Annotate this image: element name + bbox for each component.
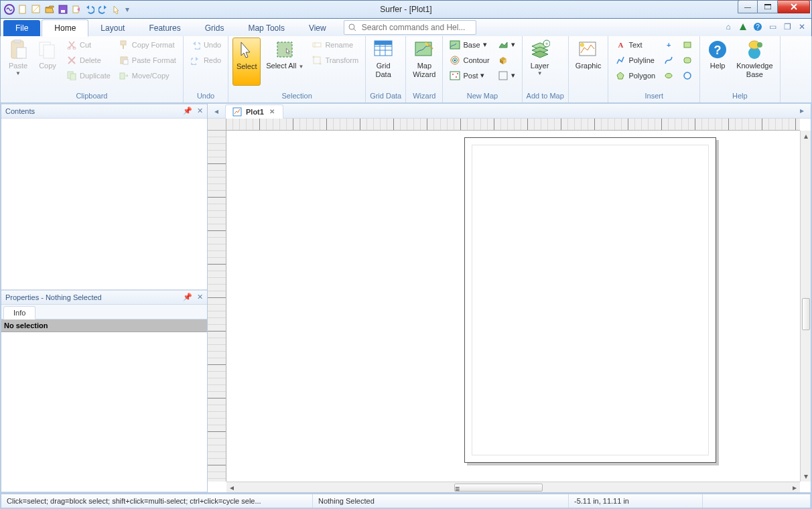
qat-redo-icon[interactable] <box>97 3 109 15</box>
spline-button[interactable] <box>661 53 677 67</box>
feedback-icon[interactable] <box>738 21 748 32</box>
mdi-restore-icon[interactable]: ❐ <box>782 21 793 32</box>
canvas[interactable] <box>226 131 800 482</box>
tab-grids[interactable]: Grids <box>193 20 236 36</box>
tab-close-icon[interactable]: ✕ <box>268 108 276 116</box>
hscroll-thumb[interactable]: ≡ <box>454 484 543 492</box>
vscroll-thumb[interactable] <box>802 298 810 330</box>
scroll-right-icon[interactable]: ▸ <box>789 482 800 492</box>
redo-button[interactable]: Redo <box>188 53 224 67</box>
rename-button[interactable]: Rename <box>309 38 361 52</box>
svg-rect-20 <box>121 41 126 45</box>
svg-rect-7 <box>764 4 771 5</box>
svg-rect-47 <box>684 58 691 63</box>
panel-close-icon[interactable]: ✕ <box>195 292 204 301</box>
tab-nav-left-icon[interactable]: ◂ <box>212 106 221 116</box>
file-tab[interactable]: File <box>3 20 40 36</box>
search-box[interactable] <box>344 20 476 35</box>
document-tab-plot1[interactable]: Plot1 ✕ <box>225 104 283 119</box>
contour-button[interactable]: Contour <box>447 53 492 67</box>
home-small-icon[interactable]: ⌂ <box>723 21 734 32</box>
vertical-ruler[interactable] <box>208 131 226 482</box>
copy-button[interactable]: Copy <box>34 38 61 86</box>
paste-button[interactable]: Paste▼ <box>5 38 31 86</box>
paste-format-button[interactable]: Paste Format <box>116 53 179 67</box>
surface-button[interactable]: ▾ <box>495 38 518 52</box>
scroll-left-icon[interactable]: ◂ <box>226 482 237 492</box>
text-button[interactable]: AText <box>612 38 658 52</box>
3d-icon <box>498 55 509 66</box>
app-icon[interactable] <box>3 3 15 15</box>
post-button[interactable]: Post ▾ <box>447 68 492 82</box>
minimize-button[interactable]: — <box>738 0 758 13</box>
horizontal-scrollbar[interactable]: ◂ ≡ ▸ <box>226 482 800 492</box>
base-button[interactable]: Base ▾ <box>447 38 492 52</box>
qat-undo-icon[interactable] <box>84 3 96 15</box>
empty-map-button[interactable]: ▾ <box>495 68 518 82</box>
properties-grid[interactable] <box>1 332 207 492</box>
select-button[interactable]: Select <box>232 38 261 86</box>
mdi-close-icon[interactable]: ✕ <box>797 21 807 32</box>
polyline-button[interactable]: Polyline <box>612 53 658 67</box>
qat-new-icon[interactable] <box>17 3 29 15</box>
svg-rect-4 <box>61 10 65 13</box>
vertical-scrollbar[interactable]: ▴ ▾ <box>800 131 811 482</box>
symbol-button[interactable]: + <box>661 38 677 52</box>
qat-customize-icon[interactable]: ▾ <box>124 3 131 15</box>
rectangle-button[interactable] <box>679 38 695 52</box>
qat-pointer-icon[interactable] <box>111 3 123 15</box>
group-grid-data: GridData Grid Data <box>366 36 406 102</box>
help-button[interactable]: ? Help <box>704 38 731 86</box>
pin-icon[interactable]: 📌 <box>183 292 192 301</box>
kb-button[interactable]: KnowledgeBase <box>734 38 775 86</box>
grid-data-icon <box>373 39 394 60</box>
properties-tab-row: Info <box>1 305 207 319</box>
qat-export-icon[interactable] <box>70 3 82 15</box>
pin-icon[interactable]: 📌 <box>183 106 192 115</box>
cut-button[interactable]: Cut <box>64 38 113 52</box>
copy-format-icon <box>119 40 129 50</box>
svg-text:?: ? <box>714 44 722 57</box>
tab-features[interactable]: Features <box>137 20 192 36</box>
surface-icon <box>498 40 509 50</box>
qat-save-icon[interactable] <box>57 3 69 15</box>
maximize-button[interactable] <box>758 0 778 13</box>
grid-data-button[interactable]: GridData <box>370 38 397 86</box>
tab-layout[interactable]: Layout <box>88 20 137 36</box>
tab-home[interactable]: Home <box>42 19 88 37</box>
qat-open-icon[interactable] <box>44 3 56 15</box>
mdi-minimize-icon[interactable]: ▭ <box>767 21 778 32</box>
polygon-button[interactable]: Polygon <box>612 68 658 82</box>
ellipse-button[interactable] <box>661 68 677 82</box>
duplicate-button[interactable]: Duplicate <box>64 68 113 82</box>
close-button[interactable] <box>778 0 810 13</box>
select-all-button[interactable]: Select All ▼ <box>263 38 306 86</box>
tab-view[interactable]: View <box>297 20 338 36</box>
contour-icon <box>450 55 460 66</box>
search-input[interactable] <box>360 22 472 33</box>
contents-tree[interactable] <box>1 119 207 290</box>
circle-button[interactable] <box>679 68 695 82</box>
panel-close-icon[interactable]: ✕ <box>195 106 204 115</box>
map-wizard-button[interactable]: MapWizard <box>410 38 438 86</box>
layer-button[interactable]: + Layer▼ <box>527 38 553 86</box>
graphic-button[interactable]: Graphic <box>573 38 604 86</box>
move-copy-button[interactable]: Move/Copy <box>116 68 179 82</box>
tab-nav-right-icon[interactable]: ▸ <box>797 106 807 115</box>
title-bar: ▾ Surfer - [Plot1] — <box>0 0 812 19</box>
scroll-up-icon[interactable]: ▴ <box>801 131 811 141</box>
help-small-icon[interactable]: ? <box>752 21 763 32</box>
scroll-down-icon[interactable]: ▾ <box>801 471 811 482</box>
info-tab[interactable]: Info <box>3 306 36 319</box>
horizontal-ruler[interactable] <box>226 119 800 131</box>
svg-rect-1 <box>19 5 25 13</box>
transform-button[interactable]: Transform <box>309 53 361 67</box>
polygon-icon <box>615 70 626 81</box>
qat-new-plot-icon[interactable] <box>30 3 42 15</box>
tab-map-tools[interactable]: Map Tools <box>236 20 296 36</box>
3d-button[interactable] <box>495 53 518 67</box>
undo-button[interactable]: Undo <box>188 38 224 52</box>
delete-button[interactable]: Delete <box>64 53 113 67</box>
round-rect-button[interactable] <box>679 53 695 67</box>
copy-format-button[interactable]: Copy Format <box>116 38 179 52</box>
